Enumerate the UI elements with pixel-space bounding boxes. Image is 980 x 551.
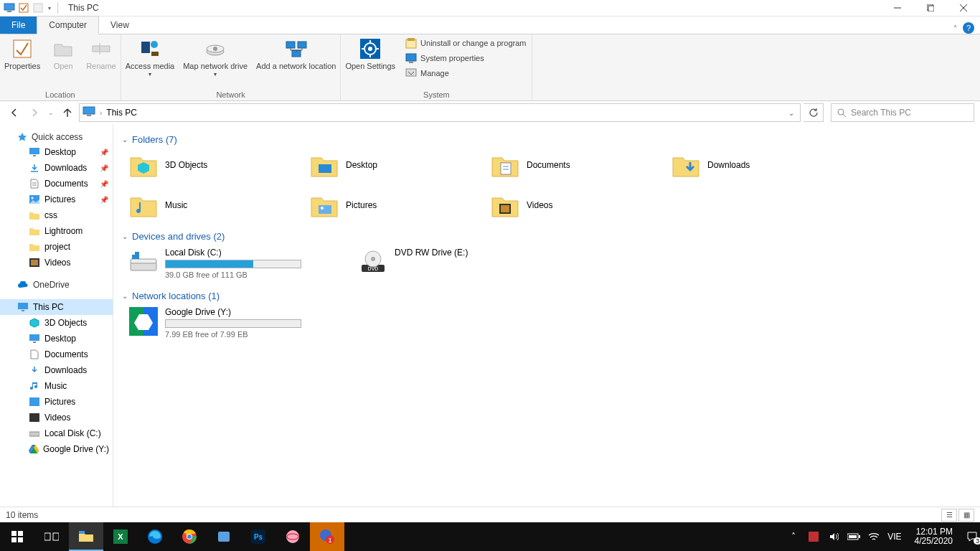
- system-properties-button[interactable]: System properties: [402, 51, 529, 65]
- tray-battery-icon[interactable]: [847, 530, 860, 543]
- sidebar-item-this-pc[interactable]: This PC: [0, 299, 113, 315]
- svg-point-17: [213, 47, 217, 51]
- tab-computer[interactable]: Computer: [37, 16, 99, 34]
- map-drive-button[interactable]: Map network drive▾: [179, 34, 252, 90]
- svg-rect-45: [31, 260, 38, 265]
- qat-placeholder-icon: [32, 1, 44, 14]
- drive-dvd[interactable]: DVD DVD RW Drive (E:): [359, 248, 538, 279]
- sidebar-item-project[interactable]: project: [0, 239, 113, 255]
- statusbar: 10 items ☰ ▦: [0, 507, 980, 522]
- up-button[interactable]: [59, 104, 76, 121]
- back-button[interactable]: [6, 104, 23, 121]
- monitor-icon: [29, 333, 40, 344]
- taskbar-app-blue[interactable]: [207, 522, 241, 551]
- close-button[interactable]: [947, 0, 980, 17]
- taskbar-chrome[interactable]: [172, 522, 207, 551]
- svg-rect-50: [29, 397, 39, 406]
- folder-music[interactable]: Music: [129, 191, 310, 220]
- tray-wifi-icon[interactable]: [867, 530, 880, 543]
- chevron-down-icon: ⌄: [122, 136, 128, 143]
- sidebar-item-desktop[interactable]: Desktop📌: [0, 144, 113, 160]
- drive-usage-bar: [165, 319, 301, 328]
- maximize-button[interactable]: [914, 0, 947, 17]
- folder-pictures[interactable]: Pictures: [310, 191, 491, 220]
- folder-documents[interactable]: Documents: [491, 151, 672, 179]
- tray-clock[interactable]: 12:01 PM 4/25/2020: [909, 527, 958, 546]
- address-dropdown-icon[interactable]: ⌄: [786, 109, 797, 117]
- qat-properties-icon[interactable]: [17, 1, 30, 14]
- folder-desktop[interactable]: Desktop: [310, 151, 491, 179]
- tab-view[interactable]: View: [99, 17, 141, 34]
- titlebar: ▾ This PC: [0, 0, 980, 17]
- sidebar-item-onedrive[interactable]: OneDrive: [0, 278, 113, 292]
- sidebar-item-downloads[interactable]: Downloads📌: [0, 160, 113, 176]
- tab-file[interactable]: File: [0, 17, 37, 34]
- sidebar-item-videos-pc[interactable]: Videos: [0, 410, 113, 425]
- open-settings-button[interactable]: Open Settings: [341, 34, 400, 90]
- sidebar-item-local-disk[interactable]: Local Disk (C:): [0, 425, 113, 441]
- breadcrumb[interactable]: This PC: [106, 108, 137, 118]
- sidebar-item-3d-objects[interactable]: 3D Objects: [0, 315, 113, 331]
- sidebar-item-music[interactable]: Music: [0, 378, 113, 394]
- sidebar-item-css[interactable]: css: [0, 207, 113, 223]
- sidebar-item-lightroom[interactable]: Lightroom: [0, 223, 113, 239]
- drive-local-disk[interactable]: Local Disk (C:) 39.0 GB free of 111 GB: [129, 248, 308, 279]
- section-folders[interactable]: ⌄ Folders (7): [121, 130, 973, 149]
- tray-expand-icon[interactable]: ˄: [787, 530, 800, 543]
- tray-volume-icon[interactable]: [827, 530, 840, 543]
- taskbar-edge[interactable]: [138, 522, 172, 551]
- sidebar-item-quick-access[interactable]: Quick access: [0, 130, 113, 144]
- svg-rect-31: [409, 62, 413, 63]
- section-network-locations[interactable]: ⌄ Network locations (1): [121, 286, 973, 306]
- tray-ime[interactable]: VIE: [887, 532, 901, 542]
- recent-locations-button[interactable]: ⌄: [46, 104, 56, 121]
- search-input[interactable]: Search This PC: [831, 103, 974, 122]
- sidebar-item-google-drive[interactable]: Google Drive (Y:): [0, 441, 113, 457]
- view-tiles-button[interactable]: ▦: [958, 509, 974, 522]
- sidebar-item-documents-pc[interactable]: Documents: [0, 347, 113, 362]
- uninstall-button[interactable]: Uninstall or change a program: [402, 36, 529, 50]
- minimize-button[interactable]: [881, 0, 914, 17]
- svg-rect-51: [29, 413, 39, 422]
- add-network-location-button[interactable]: Add a network location: [252, 34, 340, 90]
- help-icon[interactable]: ?: [963, 22, 974, 34]
- task-view-button[interactable]: [34, 522, 69, 551]
- svg-rect-75: [44, 533, 50, 540]
- taskbar-photoshop[interactable]: Ps: [241, 522, 275, 551]
- ribbon-collapse-icon[interactable]: ˄: [953, 24, 957, 32]
- refresh-button[interactable]: [804, 103, 824, 122]
- drive-google-drive[interactable]: Google Drive (Y:) 7.99 EB free of 7.99 E…: [129, 307, 308, 339]
- view-details-button[interactable]: ☰: [941, 509, 957, 522]
- taskbar-app-alert[interactable]: 1: [310, 522, 344, 551]
- manage-button[interactable]: Manage: [402, 66, 529, 80]
- taskbar-app-pink[interactable]: [275, 522, 310, 551]
- sidebar-item-documents[interactable]: Documents📌: [0, 176, 113, 192]
- properties-button[interactable]: Properties: [0, 34, 44, 90]
- sidebar-item-pictures-pc[interactable]: Pictures: [0, 394, 113, 410]
- content-area[interactable]: ⌄ Folders (7) 3D Objects Desktop Documen…: [113, 124, 980, 507]
- folder-videos[interactable]: Videos: [491, 191, 672, 220]
- sidebar-item-videos-qa[interactable]: Videos: [0, 255, 113, 270]
- taskbar-explorer[interactable]: [69, 522, 103, 551]
- sidebar-item-pictures[interactable]: Pictures📌: [0, 192, 113, 207]
- svg-rect-71: [11, 531, 17, 536]
- tray-action-center-icon[interactable]: 3: [966, 530, 979, 543]
- pin-icon: 📌: [100, 164, 108, 172]
- svg-rect-14: [151, 52, 159, 56]
- sidebar-item-downloads-pc[interactable]: Downloads: [0, 362, 113, 378]
- forward-button[interactable]: [26, 104, 43, 121]
- start-button[interactable]: [0, 522, 34, 551]
- pin-icon: 📌: [100, 149, 108, 156]
- sidebar[interactable]: Quick access Desktop📌 Downloads📌 Documen…: [0, 124, 113, 507]
- section-devices[interactable]: ⌄ Devices and drives (2): [121, 227, 973, 246]
- folder-downloads[interactable]: Downloads: [672, 151, 852, 179]
- svg-point-13: [151, 41, 158, 48]
- qat-dropdown-icon[interactable]: ▾: [46, 1, 53, 14]
- access-media-button[interactable]: Access media▾: [121, 34, 179, 90]
- address-bar[interactable]: › This PC ⌄: [79, 103, 801, 122]
- svg-point-87: [286, 530, 299, 543]
- folder-3d-objects[interactable]: 3D Objects: [129, 151, 310, 179]
- sidebar-item-desktop-pc[interactable]: Desktop: [0, 331, 113, 347]
- taskbar-excel[interactable]: X: [103, 522, 138, 551]
- tray-security-icon[interactable]: [807, 530, 820, 543]
